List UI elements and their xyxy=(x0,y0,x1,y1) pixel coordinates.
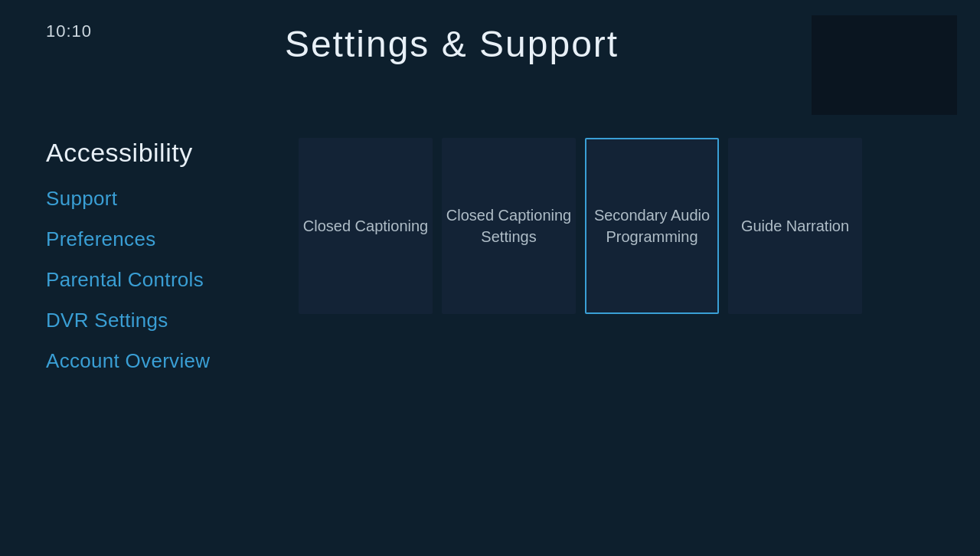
sidebar-item-support[interactable]: Support xyxy=(46,187,283,211)
sidebar: Accessibility Support Preferences Parent… xyxy=(0,130,283,390)
card-label-secondary-audio-programming: Secondary Audio Programming xyxy=(586,204,717,247)
sidebar-item-account-overview[interactable]: Account Overview xyxy=(46,349,283,373)
card-guide-narration[interactable]: Guide Narration xyxy=(728,138,862,314)
content-area: Closed Captioning Closed Captioning Sett… xyxy=(283,130,980,390)
card-label-closed-captioning-settings: Closed Captioning Settings xyxy=(443,204,574,247)
card-secondary-audio-programming[interactable]: Secondary Audio Programming xyxy=(585,138,719,314)
sidebar-item-parental-controls[interactable]: Parental Controls xyxy=(46,268,283,292)
card-label-closed-captioning: Closed Captioning xyxy=(303,215,428,237)
cards-row: Closed Captioning Closed Captioning Sett… xyxy=(299,138,957,314)
card-closed-captioning[interactable]: Closed Captioning xyxy=(299,138,433,314)
clock: 10:10 xyxy=(46,21,92,41)
main-content: Accessibility Support Preferences Parent… xyxy=(0,115,980,390)
page-title: Settings & Support xyxy=(92,23,812,65)
card-label-guide-narration: Guide Narration xyxy=(741,215,849,237)
card-closed-captioning-settings[interactable]: Closed Captioning Settings xyxy=(442,138,576,314)
sidebar-item-dvr-settings[interactable]: DVR Settings xyxy=(46,309,283,332)
sidebar-section-title: Accessibility xyxy=(46,138,283,168)
top-bar: 10:10 Settings & Support xyxy=(0,0,980,115)
sidebar-item-preferences[interactable]: Preferences xyxy=(46,227,283,251)
thumbnail-preview xyxy=(812,15,957,115)
